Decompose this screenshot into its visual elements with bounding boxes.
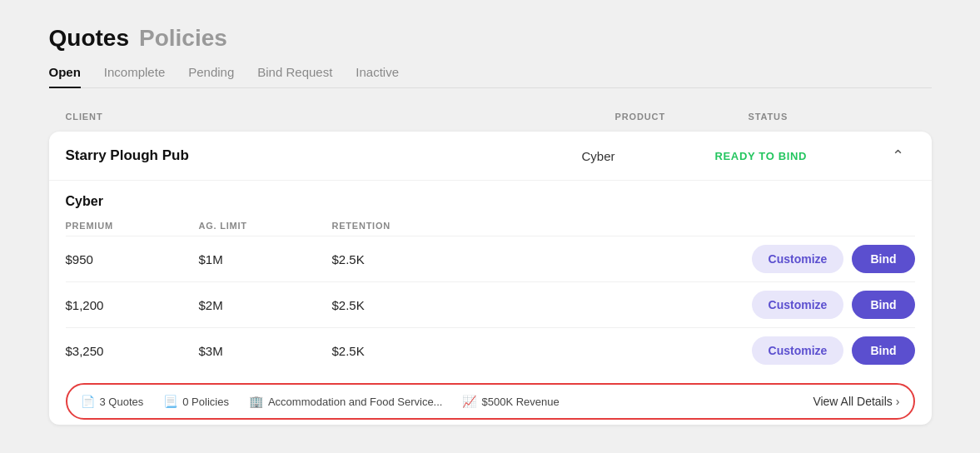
footer-policies: 📃 0 Policies [163,395,229,408]
col-product: Product [615,112,749,122]
page-title-policies: Policies [139,25,227,52]
collapse-icon[interactable]: ⌃ [882,147,915,165]
retention-3: $2.5K [332,344,465,358]
industry-icon: 🏢 [249,395,263,408]
footer-revenue: 📈 $500K Revenue [462,395,559,408]
page-header: Quotes Policies [49,25,932,52]
tabs-nav: Open Incomplete Pending Bind Request Ina… [49,65,932,88]
tab-bind-request[interactable]: Bind Request [257,65,332,87]
retention-2: $2.5K [332,298,465,312]
client-name: Starry Plough Pub [66,147,582,164]
industry-label: Accommodation and Food Service... [268,396,443,408]
retention-1: $2.5K [332,252,465,266]
table-header: Client Product Status [49,105,932,128]
view-all-details[interactable]: View All Details › [813,395,899,408]
col-client: Client [66,112,615,122]
quote-actions-3: Customize Bind [465,336,915,365]
col-premium: Premium [66,221,199,231]
ag-limit-2: $2M [199,298,332,312]
quote-row-3: $3,250 $3M $2.5K Customize Bind [66,327,915,373]
quote-actions-1: Customize Bind [465,245,915,273]
customize-button-1[interactable]: Customize [752,245,844,273]
footer-quotes: 📄 3 Quotes [81,395,144,408]
policies-count: 0 Policies [182,396,229,408]
premium-2: $1,200 [66,298,199,312]
footer-bar: 📄 3 Quotes 📃 0 Policies 🏢 Accommodation … [66,383,915,420]
quote-header: Premium Ag. Limit Retention [66,221,915,236]
cyber-title: Cyber [66,194,915,209]
view-all-label: View All Details [813,395,892,408]
revenue-label: $500K Revenue [481,396,559,408]
tab-pending[interactable]: Pending [188,65,234,87]
col-ag-limit: Ag. Limit [199,221,332,231]
tab-incomplete[interactable]: Incomplete [104,65,165,87]
quote-row-1: $950 $1M $2.5K Customize Bind [66,236,915,281]
client-row: Starry Plough Pub Cyber READY TO BIND ⌃ [49,132,932,181]
col-retention: Retention [332,221,465,231]
ag-limit-3: $3M [199,344,332,358]
policies-icon: 📃 [163,395,177,408]
bind-button-1[interactable]: Bind [852,245,914,273]
quote-row-2: $1,200 $2M $2.5K Customize Bind [66,281,915,327]
quotes-icon: 📄 [81,395,95,408]
quote-actions-2: Customize Bind [465,291,915,319]
footer-items: 📄 3 Quotes 📃 0 Policies 🏢 Accommodation … [81,395,560,408]
page-title-quotes: Quotes [49,25,129,52]
client-card: Starry Plough Pub Cyber READY TO BIND ⌃ … [49,132,932,425]
premium-1: $950 [66,252,199,266]
revenue-icon: 📈 [462,395,476,408]
customize-button-3[interactable]: Customize [752,336,844,365]
view-all-chevron-icon: › [896,395,900,408]
main-container: Quotes Policies Open Incomplete Pending … [49,25,932,425]
status-badge: READY TO BIND [715,150,882,162]
client-product: Cyber [582,149,715,163]
bind-button-2[interactable]: Bind [852,291,914,319]
bind-button-3[interactable]: Bind [852,336,914,365]
quotes-count: 3 Quotes [100,396,144,408]
col-status: Status [749,112,915,122]
premium-3: $3,250 [66,344,199,358]
ag-limit-1: $1M [199,252,332,266]
customize-button-2[interactable]: Customize [752,291,844,319]
tab-inactive[interactable]: Inactive [356,65,399,87]
cyber-section: Cyber Premium Ag. Limit Retention $950 $… [49,181,932,420]
footer-industry: 🏢 Accommodation and Food Service... [249,395,443,408]
tab-open[interactable]: Open [49,65,81,87]
